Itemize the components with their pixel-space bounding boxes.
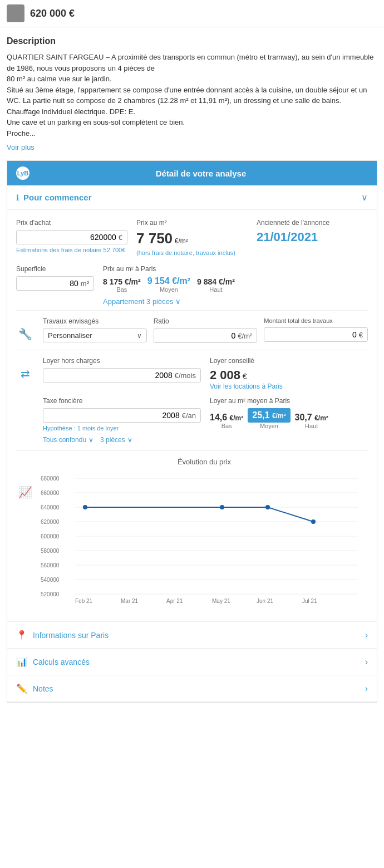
superficie-unit: m² xyxy=(81,279,89,288)
loyer-content: Loyer hors charges €/mois Loyer conseill… xyxy=(43,357,368,444)
appart-filter-chevron: ∨ xyxy=(175,297,181,306)
loyer-conseille-label: Loyer conseillé xyxy=(210,357,368,365)
chart-icon-area: 📈 xyxy=(16,458,34,499)
travaux-col: Travaux envisagés Personnaliser ∨ xyxy=(43,317,147,343)
frais-notaire-note: Estimations des frais de notaire 52 700€ xyxy=(16,247,127,253)
price-row: Prix d'achat € Estimations des frais de … xyxy=(16,219,368,256)
voir-locations-link[interactable]: Voir les locations à Paris xyxy=(210,382,368,390)
prix-achat-input-row: € xyxy=(16,230,127,244)
travaux-row: Travaux envisagés Personnaliser ∨ Ratio … xyxy=(43,317,368,343)
loyer-hc-input-row: €/mois xyxy=(43,368,201,382)
filter-3-pieces[interactable]: 3 pièces ∨ xyxy=(100,436,132,444)
pour-commencer-left: ℹ Pour commencer xyxy=(16,193,92,202)
info-icon: ℹ xyxy=(16,193,19,202)
prix-haut-item: 9 884 €/m² Haut xyxy=(197,277,235,293)
x-label-jun: Jun 21 xyxy=(257,598,273,604)
header-price-bar: 620 000 € xyxy=(0,0,384,27)
x-label-may: May 21 xyxy=(212,598,230,604)
taxe-label: Taxe foncière xyxy=(43,397,201,405)
notes-icon: ✏️ xyxy=(16,683,27,694)
loyer-bas-label: Bas xyxy=(210,423,243,429)
prix-m2-value-area: 7 750 €/m² xyxy=(136,230,248,247)
travaux-select[interactable]: Personnaliser ∨ xyxy=(43,328,147,342)
prix-moyen-val: 9 154 €/m² xyxy=(147,276,190,286)
x-label-feb: Feb 21 xyxy=(75,598,93,604)
loyer-m2-paris-col: Loyer au m² moyen à Paris 14,6 €/m² Bas xyxy=(210,397,368,431)
filter-pieces-chevron: ∨ xyxy=(127,436,132,444)
pour-commencer-section: ℹ Pour commencer ∨ Prix d'achat € Estima… xyxy=(7,185,377,621)
dot-feb xyxy=(83,505,87,509)
lybox-logo-text: LyB xyxy=(17,170,28,176)
lybox-logo: LyB xyxy=(16,166,29,180)
appart-filter-row[interactable]: Appartement 3 pièces ∨ xyxy=(103,297,368,306)
travaux-label: Travaux envisagés xyxy=(43,317,147,325)
prix-paris-values: 8 175 €/m² Bas 9 154 €/m² Moyen 9 884 €/… xyxy=(103,276,368,293)
y-label-560: 560000 xyxy=(41,562,60,568)
prix-achat-input[interactable] xyxy=(21,233,116,242)
description-body: QUARTIER SAINT FARGEAU – A proximité des… xyxy=(7,52,377,139)
loyer-moyen-item: 25,1 €/m² Moyen xyxy=(248,408,290,429)
y-label-580: 580000 xyxy=(41,548,60,554)
prix-bas-val: 8 175 €/m² xyxy=(103,277,141,286)
filter-row: Tous confondu ∨ 3 pièces ∨ xyxy=(43,436,368,444)
loyer-moyen-val: 25,1 €/m² xyxy=(248,408,290,423)
x-label-jul: Jul 21 xyxy=(302,598,317,604)
superficie-row: Superficie m² Prix au m² à Paris 8 175 €… xyxy=(16,265,368,306)
listing-price: 620 000 € xyxy=(30,8,75,19)
prix-m2-col: Prix au m² 7 750 €/m² (hors frais de not… xyxy=(136,219,248,256)
filter-tous-confondus[interactable]: Tous confondu ∨ xyxy=(43,436,93,444)
location-icon: 📍 xyxy=(16,630,27,640)
description-section: Description QUARTIER SAINT FARGEAU – A p… xyxy=(0,27,384,160)
taxe-row: Taxe foncière €/an Hypothèse : 1 mois de… xyxy=(43,397,368,431)
taxe-unit: €/an xyxy=(182,411,196,420)
ratio-label: Ratio xyxy=(154,317,258,325)
filter-tous-label: Tous confondu xyxy=(43,436,86,444)
ratio-input[interactable] xyxy=(159,331,236,340)
price-line xyxy=(85,507,313,522)
description-title: Description xyxy=(7,36,377,46)
loyer-conseille-unit: € xyxy=(243,372,247,381)
montant-input[interactable] xyxy=(269,330,356,339)
prix-bas-item: 8 175 €/m² Bas xyxy=(103,277,141,293)
y-label-660: 660000 xyxy=(41,490,60,496)
notes-left: ✏️ Notes xyxy=(16,683,53,694)
loyer-m2-values: 14,6 €/m² Bas 25,1 €/m² xyxy=(210,408,368,429)
pour-commencer-header[interactable]: ℹ Pour commencer ∨ xyxy=(7,185,377,210)
price-evolution-chart: 680000 660000 640000 620000 600000 58000… xyxy=(41,470,363,604)
superficie-input-row: m² xyxy=(16,276,94,291)
wrench-icon: 🔧 xyxy=(18,327,32,341)
dot-jun xyxy=(265,505,270,509)
voir-plus-link[interactable]: Voir plus xyxy=(7,143,377,151)
loyer-hc-input[interactable] xyxy=(48,371,173,380)
prix-m2-value: 7 750 xyxy=(136,230,173,247)
taxe-input[interactable] xyxy=(48,411,180,420)
travaux-icon-area: 🔧 xyxy=(16,317,34,341)
dot-jul xyxy=(311,519,316,524)
loyer-bas-val: 14,6 €/m² xyxy=(210,413,243,423)
superficie-input[interactable] xyxy=(21,279,78,288)
montant-unit: € xyxy=(359,331,363,339)
calculs-avances-item[interactable]: 📊 Calculs avancés › xyxy=(7,649,377,675)
lybox-header: LyB Détail de votre analyse xyxy=(7,161,377,185)
loyer-conseille-value-area: 2 008 € xyxy=(210,368,368,382)
info-paris-item[interactable]: 📍 Informations sur Paris › xyxy=(7,622,377,649)
loyer-haut-val: 30,7 €/m² xyxy=(295,413,328,423)
lybox-panel: LyB Détail de votre analyse ℹ Pour comme… xyxy=(7,160,377,703)
notes-item[interactable]: ✏️ Notes › xyxy=(7,675,377,702)
prix-haut-val: 9 884 €/m² xyxy=(197,277,235,286)
info-paris-label: Informations sur Paris xyxy=(33,631,109,640)
superficie-label: Superficie xyxy=(16,265,94,273)
prix-m2-label: Prix au m² xyxy=(136,219,248,227)
loyer-bas-item: 14,6 €/m² Bas xyxy=(210,413,243,429)
prix-moyen-item: 9 154 €/m² Moyen xyxy=(147,276,190,293)
travaux-content: Travaux envisagés Personnaliser ∨ Ratio … xyxy=(43,317,368,343)
hypothese-note: Hypothèse : 1 mois de loyer xyxy=(43,425,201,431)
notes-label: Notes xyxy=(33,684,53,693)
calculs-chevron: › xyxy=(365,657,368,667)
travaux-section: 🔧 Travaux envisagés Personnaliser ∨ Rati… xyxy=(16,317,368,343)
chart-icon: 📈 xyxy=(18,486,32,499)
transfer-icon: ⇄ xyxy=(21,367,30,380)
y-label-680: 680000 xyxy=(41,475,60,482)
montant-label: Montant total des travaux xyxy=(264,317,368,324)
y-label-600: 600000 xyxy=(41,533,60,540)
